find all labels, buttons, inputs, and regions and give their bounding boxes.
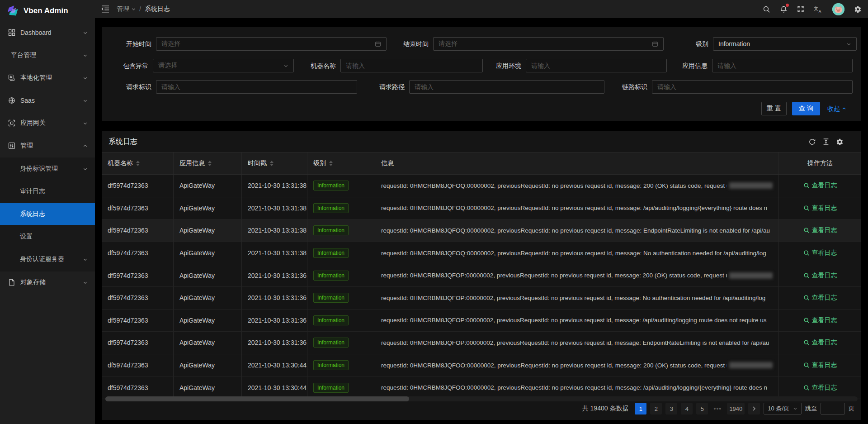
- breadcrumb-parent[interactable]: 管理: [117, 5, 136, 13]
- cell-timestamp: 2021-10-30 13:31:36: [242, 310, 307, 332]
- bell-icon[interactable]: [780, 5, 788, 13]
- pagination-page-5[interactable]: 5: [696, 403, 708, 414]
- machine-name-input[interactable]: [340, 59, 483, 72]
- column-header-level[interactable]: 级别: [307, 152, 375, 174]
- request-id-input[interactable]: [156, 80, 357, 94]
- app-info-input[interactable]: [712, 59, 853, 72]
- trace-id-input[interactable]: [652, 80, 853, 94]
- table-row[interactable]: df5974d72363ApiGateWay2021-10-30 13:31:3…: [102, 332, 861, 354]
- cell-message: requestId: 0HMCRBM8JQFOP:00000002, previ…: [375, 287, 778, 309]
- view-log-button[interactable]: 查看日志: [803, 249, 837, 257]
- include-exception-select[interactable]: 请选择: [153, 59, 294, 72]
- table-row[interactable]: df5974d72363ApiGateWay2021-10-30 13:31:3…: [102, 242, 861, 265]
- cell-level: Information: [307, 264, 375, 286]
- sidebar-item-system-logs[interactable]: 系统日志: [0, 203, 95, 225]
- view-log-button[interactable]: 查看日志: [803, 204, 837, 212]
- sidebar-item-app-gateway[interactable]: 应用网关: [0, 112, 95, 134]
- view-log-button[interactable]: 查看日志: [803, 294, 837, 302]
- level-tag: Information: [313, 271, 349, 281]
- refresh-icon[interactable]: [808, 138, 816, 146]
- table-row[interactable]: df5974d72363ApiGateWay2021-10-30 13:31:3…: [102, 310, 861, 332]
- column-header-machine-name[interactable]: 机器名称: [102, 152, 174, 174]
- chevron-right-icon: [752, 406, 756, 411]
- view-log-button[interactable]: 查看日志: [803, 361, 837, 369]
- magnifier-icon: [803, 339, 810, 346]
- view-log-button[interactable]: 查看日志: [803, 226, 837, 234]
- translate-icon[interactable]: 文A: [814, 5, 823, 13]
- sort-icon: [270, 161, 274, 166]
- svg-text:A: A: [819, 9, 821, 13]
- cell-app-info: ApiGateWay: [174, 287, 242, 309]
- table-row[interactable]: df5974d72363ApiGateWay2021-10-30 13:31:3…: [102, 197, 861, 220]
- search-icon[interactable]: [763, 5, 770, 13]
- sort-icon: [208, 161, 212, 166]
- start-time-picker[interactable]: 请选择: [156, 37, 387, 51]
- field-machine-name: 机器名称: [340, 59, 483, 72]
- table-row[interactable]: df5974d72363ApiGateWay2021-10-30 13:31:3…: [102, 264, 861, 287]
- avatar[interactable]: [832, 3, 844, 15]
- pagination-page-1[interactable]: 1: [635, 403, 646, 414]
- menu-fold-icon[interactable]: [101, 5, 109, 13]
- view-log-button[interactable]: 查看日志: [803, 181, 837, 190]
- chevron-down-icon: [83, 76, 88, 81]
- app-environment-input[interactable]: [526, 59, 667, 72]
- level-select[interactable]: Information: [713, 37, 857, 51]
- logo[interactable]: Vben Admin: [0, 0, 95, 22]
- view-log-label: 查看日志: [812, 316, 837, 324]
- redacted-blur: [729, 362, 773, 368]
- table-row[interactable]: df5974d72363ApiGateWay2021-10-30 13:31:3…: [102, 175, 861, 197]
- view-log-button[interactable]: 查看日志: [803, 338, 837, 347]
- sidebar-item-management[interactable]: 管理: [0, 135, 95, 157]
- sidebar-item-object-storage[interactable]: 对象存储: [0, 272, 95, 293]
- sidebar-item-localization[interactable]: 本地化管理: [0, 67, 95, 89]
- table-row[interactable]: df5974d72363ApiGateWay2021-10-30 13:31:3…: [102, 287, 861, 310]
- request-path-input[interactable]: [409, 80, 604, 94]
- horizontal-scrollbar[interactable]: [105, 396, 858, 401]
- reset-button[interactable]: 重 置: [761, 102, 787, 115]
- pagination-page-3[interactable]: 3: [665, 403, 677, 414]
- view-log-button[interactable]: 查看日志: [803, 384, 837, 392]
- end-time-picker[interactable]: 请选择: [433, 37, 664, 51]
- sidebar-item-auth-server[interactable]: 身份认证服务器: [0, 248, 95, 270]
- table-row[interactable]: df5974d72363ApiGateWay2021-10-30 13:30:4…: [102, 376, 861, 399]
- pagination-next-button[interactable]: [748, 403, 760, 414]
- pagination-page-4[interactable]: 4: [681, 403, 693, 414]
- storage-icon: [8, 279, 16, 286]
- magnifier-icon: [803, 295, 810, 301]
- table-toolbar: [808, 138, 854, 146]
- view-log-button[interactable]: 查看日志: [803, 316, 837, 324]
- message-text: requestId: 0HMCRBM8JQFOP:00000002, previ…: [381, 317, 767, 324]
- gear-icon[interactable]: [854, 5, 862, 13]
- cell-level: Information: [307, 242, 375, 264]
- search-button[interactable]: 查 询: [792, 102, 820, 115]
- sidebar-item-saas[interactable]: Saas: [0, 90, 95, 111]
- pagination-page-1940[interactable]: 1940: [727, 403, 745, 414]
- collapse-filter-button[interactable]: 收起: [827, 102, 846, 115]
- page-size-select[interactable]: 10 条/页: [764, 403, 802, 414]
- magnifier-icon: [803, 182, 810, 189]
- redacted-blur: [729, 272, 773, 279]
- view-log-label: 查看日志: [812, 181, 837, 190]
- app-title: Vben Admin: [24, 6, 68, 15]
- sidebar-item-identity-management[interactable]: 身份标识管理: [0, 158, 95, 180]
- scrollbar-thumb[interactable]: [105, 396, 409, 401]
- row-height-icon[interactable]: [822, 138, 830, 145]
- table-row[interactable]: df5974d72363ApiGateWay2021-10-30 13:30:4…: [102, 354, 861, 377]
- table-settings-gear-icon[interactable]: [836, 138, 844, 146]
- message-text: requestId: 0HMCRBM8JQFOQ:00000002, previ…: [381, 227, 770, 234]
- view-log-button[interactable]: 查看日志: [803, 272, 837, 280]
- sidebar-item-dashboard[interactable]: Dashboard: [0, 22, 95, 43]
- column-header-app-info[interactable]: 应用信息: [174, 152, 242, 174]
- sidebar-item-settings[interactable]: 设置: [0, 226, 95, 248]
- column-header-timestamp[interactable]: 时间戳: [242, 152, 307, 174]
- pagination-page-2[interactable]: 2: [650, 403, 662, 414]
- chevron-down-icon: [793, 406, 797, 411]
- fullscreen-icon[interactable]: [797, 5, 804, 13]
- cell-timestamp: 2021-10-30 13:31:36: [242, 264, 307, 286]
- page-jump-input[interactable]: [821, 403, 845, 414]
- cell-message: requestId: 0HMCRBM8JQFOQ:00000002, previ…: [375, 175, 778, 197]
- sidebar-item-audit-logs[interactable]: 审计日志: [0, 181, 95, 202]
- table-panel: 系统日志 机器名称 应用信息 时间戳 级别: [102, 131, 861, 420]
- table-row[interactable]: df5974d72363ApiGateWay2021-10-30 13:31:3…: [102, 219, 861, 242]
- sidebar-item-platform-management[interactable]: 平台管理: [0, 44, 95, 66]
